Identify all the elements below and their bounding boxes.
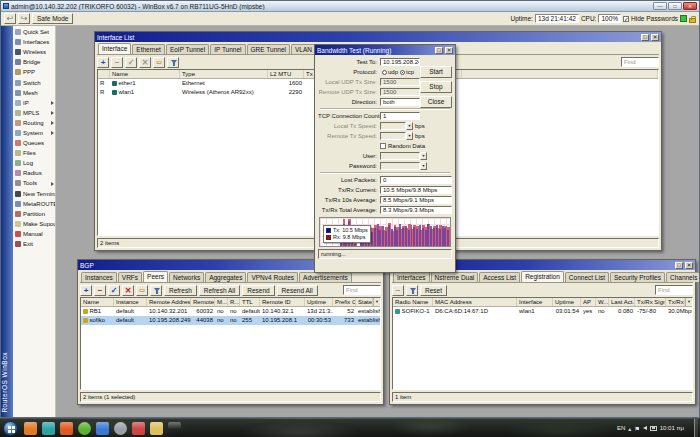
taskbar-app-icon-1[interactable]	[24, 422, 37, 435]
sidebar-item-bridge[interactable]: Bridge	[13, 57, 55, 67]
tab-ip-tunnel[interactable]: IP Tunnel	[210, 44, 245, 54]
tab-vlan[interactable]: VLAN	[291, 44, 316, 54]
taskbar-app-icon-6[interactable]	[114, 422, 127, 435]
filter-icon[interactable]	[150, 285, 162, 296]
minimize-icon[interactable]: —	[653, 2, 667, 10]
sidebar-item-routing[interactable]: Routing	[13, 118, 55, 128]
tab-interfaces[interactable]: Interfaces	[393, 272, 430, 282]
close-icon[interactable]: ✕	[685, 262, 693, 269]
filter-icon[interactable]	[167, 57, 179, 68]
close-icon[interactable]: ✕	[683, 2, 697, 10]
user-input[interactable]	[380, 152, 420, 160]
chevron-down-icon[interactable]: ▼	[406, 122, 413, 130]
interface-list-titlebar[interactable]: Interface List □ ✕	[95, 32, 661, 42]
maximize-icon[interactable]: □	[668, 2, 682, 10]
col-flag[interactable]	[98, 70, 110, 78]
remove-icon[interactable]: −	[111, 57, 123, 68]
chevron-down-icon[interactable]: ▼	[420, 152, 427, 160]
disable-icon[interactable]: ✕	[139, 57, 151, 68]
tab-registration[interactable]: Registration	[521, 271, 564, 282]
taskbar-app-icon-7[interactable]	[132, 422, 145, 435]
udp-radio[interactable]	[382, 70, 387, 75]
tab-vpnv4-routes[interactable]: VPNv4 Routes	[247, 272, 298, 282]
start-button[interactable]: Start	[420, 66, 452, 78]
language-indicator[interactable]: EN	[617, 425, 625, 431]
remove-icon[interactable]: −	[94, 285, 106, 296]
close-icon[interactable]: ✕	[445, 47, 453, 54]
tab-advertisements[interactable]: Advertisements	[299, 272, 352, 282]
tcp-radio[interactable]	[400, 70, 405, 75]
col-l2mtu[interactable]: L2 MTU	[268, 70, 304, 78]
sidebar-item-radius[interactable]: Radius	[13, 168, 55, 178]
tab-connect-list[interactable]: Connect List	[565, 272, 609, 282]
sidebar-item-mpls[interactable]: MPLS	[13, 108, 55, 118]
sidebar-item-tools[interactable]: Tools	[13, 178, 55, 188]
tab-eoip-tunnel[interactable]: EoIP Tunnel	[166, 44, 209, 54]
enable-icon[interactable]: ✓	[125, 57, 137, 68]
direction-select[interactable]: both	[380, 98, 420, 106]
resend-all-button[interactable]: Resend All	[277, 285, 318, 296]
taskbar-app-icon-9[interactable]	[168, 422, 181, 435]
tab-security-profiles[interactable]: Security Profiles	[610, 272, 665, 282]
sidebar-item-log[interactable]: Log	[13, 158, 55, 168]
comment-icon[interactable]: ▭	[153, 57, 165, 68]
tab-networks[interactable]: Networks	[169, 272, 204, 282]
tab-nstreme-dual[interactable]: Nstreme Dual	[431, 272, 479, 282]
test-to-input[interactable]: 10.195.208.249	[380, 58, 420, 66]
chevron-down-icon[interactable]: ▼	[420, 162, 427, 170]
column-select-icon[interactable]: ▼	[373, 298, 380, 306]
undo-icon[interactable]: ↩	[4, 13, 16, 24]
sidebar-item-interfaces[interactable]: Interfaces	[13, 37, 55, 47]
tab-peers[interactable]: Peers	[143, 271, 168, 282]
chevron-down-icon[interactable]: ▼	[406, 132, 413, 140]
tcp-count-input[interactable]: 1	[380, 112, 420, 120]
volume-icon[interactable]	[643, 426, 647, 430]
bgp-table-header[interactable]: Name Instance Remote Address Remote AS M…	[81, 298, 380, 307]
find-input[interactable]	[343, 285, 381, 295]
registration-table-header[interactable]: Radio Name MAC Address Interface Uptime …	[393, 298, 692, 307]
disable-icon[interactable]: ✕	[122, 285, 134, 296]
sidebar-item-system[interactable]: System	[13, 128, 55, 138]
tab-gre-tunnel[interactable]: GRE Tunnel	[247, 44, 290, 54]
bgp-peer-row-rb1[interactable]: RB1 default 10.140.32.201 60032 no no de…	[81, 307, 380, 316]
redo-icon[interactable]: ↪	[18, 13, 30, 24]
password-input[interactable]	[380, 162, 420, 170]
sidebar-item-switch[interactable]: Switch	[13, 77, 55, 87]
main-titlebar[interactable]: admin@10.140.32.202 (TRIKORFO 60032) - W…	[1, 1, 699, 12]
resend-button[interactable]: Resend	[242, 285, 274, 296]
clock[interactable]: 10:01 πμ	[660, 425, 684, 431]
refresh-all-button[interactable]: Refresh All	[199, 285, 240, 296]
random-data-checkbox[interactable]	[380, 143, 386, 149]
bandwidth-test-titlebar[interactable]: Bandwidth Test (Running) □ ✕	[315, 45, 455, 55]
sidebar-item-files[interactable]: Files	[13, 148, 55, 158]
column-select-icon[interactable]: ▼	[685, 298, 692, 306]
hidden-icons-arrow-icon[interactable]: ▴	[628, 425, 631, 432]
remove-icon[interactable]: −	[392, 285, 404, 296]
find-input[interactable]	[655, 285, 693, 295]
start-button[interactable]	[3, 421, 18, 436]
sidebar-item-exit[interactable]: Exit	[13, 239, 55, 249]
registration-row-sofiko-1[interactable]: SOFIKO-1 D6:CA:6D:14:67:1D wlan1 03:01:5…	[393, 307, 692, 316]
tab-access-list[interactable]: Access List	[479, 272, 520, 282]
sidebar-item-wireless[interactable]: Wireless	[13, 47, 55, 57]
sidebar-item-metarouter[interactable]: MetaROUTER	[13, 199, 55, 209]
tab-interface[interactable]: Interface	[98, 43, 131, 54]
tab-aggregates[interactable]: Aggregates	[205, 272, 246, 282]
comment-icon[interactable]: ▭	[136, 285, 148, 296]
sidebar-item-queues[interactable]: Queues	[13, 138, 55, 148]
tab-instances[interactable]: Instances	[81, 272, 117, 282]
restore-icon[interactable]: □	[675, 262, 683, 269]
network-icon[interactable]	[650, 426, 657, 431]
tab-vrfs[interactable]: VRFs	[118, 272, 142, 282]
restore-icon[interactable]: □	[641, 34, 649, 41]
col-type[interactable]: Type	[180, 70, 268, 78]
stop-button[interactable]: Stop	[420, 81, 452, 93]
hide-passwords-checkbox[interactable]	[623, 16, 629, 22]
filter-icon[interactable]	[406, 285, 418, 296]
restore-icon[interactable]: □	[435, 47, 443, 54]
sidebar-item-make-supout[interactable]: Make Supout.rif	[13, 219, 55, 229]
sidebar-item-manual[interactable]: Manual	[13, 229, 55, 239]
sidebar-item-mesh[interactable]: Mesh	[13, 88, 55, 98]
sidebar-item-partition[interactable]: Partition	[13, 209, 55, 219]
tab-ethernet[interactable]: Ethernet	[132, 44, 165, 54]
